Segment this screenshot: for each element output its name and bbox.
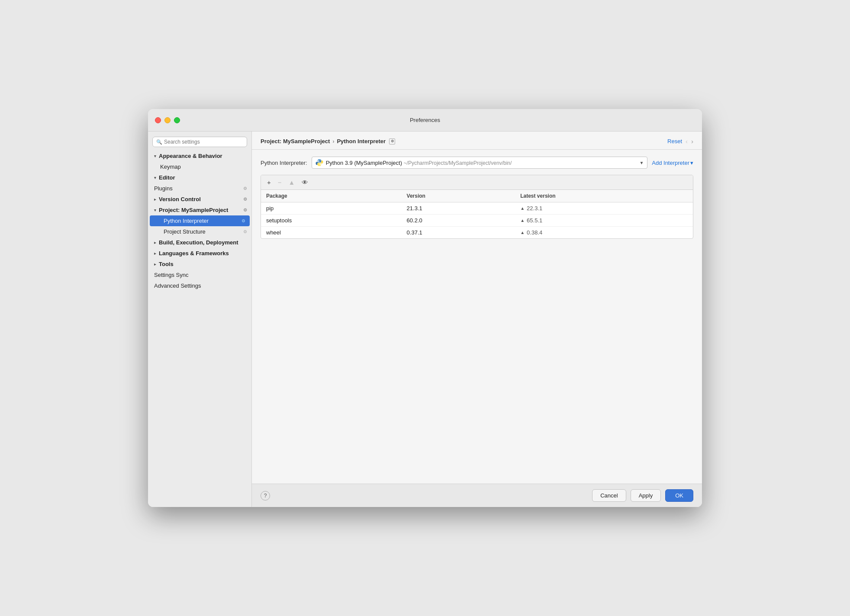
search-input[interactable] [164, 139, 243, 145]
bottom-bar: ? Cancel Apply OK [252, 484, 702, 507]
add-package-button[interactable]: + [265, 178, 273, 187]
settings-icon: ⚙ [243, 197, 247, 202]
packages-table: Package Version Latest version pip 21.3.… [261, 190, 693, 238]
chevron-right-icon: ▸ [154, 251, 156, 256]
apply-button[interactable]: Apply [631, 489, 661, 502]
package-name: wheel [261, 227, 402, 239]
help-button[interactable]: ? [261, 491, 270, 500]
sidebar-item-advanced-settings[interactable]: Advanced Settings [148, 280, 251, 291]
chevron-right-icon: ▸ [154, 262, 156, 266]
update-arrow-icon: ▲ [520, 218, 525, 223]
sidebar-item-label: Version Control [159, 196, 201, 202]
sidebar-item-project-structure[interactable]: Project Structure ⚙ [148, 226, 251, 237]
preferences-window: Preferences 🔍 ▾ Appearance & Behavior Ke… [148, 109, 702, 507]
settings-icon: ⚙ [243, 208, 247, 212]
packages-container: + − ▲ 👁 Package Version [261, 175, 693, 239]
search-icon: 🔍 [156, 139, 162, 145]
sidebar-item-build[interactable]: ▸ Build, Execution, Deployment [148, 237, 251, 248]
settings-icon: ⚙ [243, 186, 247, 191]
table-header-row: Package Version Latest version [261, 190, 693, 202]
update-arrow-icon: ▲ [520, 230, 525, 235]
sidebar-item-label: Settings Sync [154, 272, 189, 278]
chevron-down-icon: ▾ [154, 154, 156, 158]
col-header-package: Package [261, 190, 402, 202]
chevron-right-icon: ▾ [154, 176, 156, 180]
latest-version-text: 0.38.4 [527, 229, 542, 236]
main-header: Project: MySampleProject › Python Interp… [252, 132, 702, 150]
update-arrow-icon: ▲ [520, 206, 525, 211]
sidebar-item-python-interpreter[interactable]: Python Interpreter ⚙ [150, 215, 250, 226]
main-body: Python Interpreter: [252, 150, 702, 484]
sidebar-item-label: Editor [159, 174, 175, 181]
col-header-version: Version [402, 190, 515, 202]
sidebar-item-keymap[interactable]: Keymap [148, 161, 251, 172]
chevron-down-icon: ▾ [154, 208, 156, 212]
sidebar-item-label: Project Structure [164, 228, 206, 235]
sidebar-item-label: Build, Execution, Deployment [159, 239, 238, 246]
sidebar-item-label: Project: MySampleProject [159, 207, 228, 213]
titlebar: Preferences [148, 109, 702, 132]
package-version: 60.2.0 [402, 215, 515, 227]
table-row[interactable]: setuptools 60.2.0 ▲ 65.5.1 [261, 215, 693, 227]
latest-version-text: 22.3.1 [527, 205, 542, 212]
table-row[interactable]: pip 21.3.1 ▲ 22.3.1 [261, 202, 693, 215]
sidebar-item-plugins[interactable]: Plugins ⚙ [148, 183, 251, 194]
sidebar-item-label: Tools [159, 261, 174, 267]
ok-button[interactable]: OK [665, 489, 693, 502]
maximize-button[interactable] [174, 117, 180, 123]
sidebar-item-label: Keymap [160, 164, 181, 170]
update-package-button[interactable]: ▲ [287, 178, 297, 187]
up-arrow-icon: ▲ [289, 179, 295, 186]
breadcrumb-project: Project: MySampleProject [261, 138, 330, 144]
chevron-down-icon: ▼ [639, 160, 644, 165]
sidebar-item-label: Languages & Frameworks [159, 250, 229, 257]
interpreter-name: Python 3.9 (MySampleProject) ~/PycharmPr… [326, 160, 637, 166]
col-header-latest: Latest version [515, 190, 693, 202]
back-button[interactable]: ‹ [686, 138, 688, 145]
interpreter-name-text: Python 3.9 (MySampleProject) [326, 160, 402, 166]
sidebar-item-version-control[interactable]: ▸ Version Control ⚙ [148, 194, 251, 205]
interpreter-select[interactable]: Python 3.9 (MySampleProject) ~/PycharmPr… [312, 157, 648, 169]
package-name: pip [261, 202, 402, 215]
search-box[interactable]: 🔍 [152, 137, 247, 147]
package-name: setuptools [261, 215, 402, 227]
sidebar-item-label: Appearance & Behavior [159, 153, 222, 159]
main-panel: Project: MySampleProject › Python Interp… [252, 132, 702, 507]
chevron-down-icon: ▾ [690, 160, 693, 166]
show-details-button[interactable]: 👁 [300, 178, 310, 187]
sidebar-item-languages[interactable]: ▸ Languages & Frameworks [148, 248, 251, 259]
interpreter-label: Python Interpreter: [261, 160, 307, 166]
sidebar-item-tools[interactable]: ▸ Tools [148, 259, 251, 270]
sidebar-item-label: Python Interpreter [164, 218, 209, 224]
sidebar-item-label: Plugins [154, 185, 173, 192]
python-icon [316, 159, 323, 167]
add-interpreter-button[interactable]: Add Interpreter ▾ [652, 160, 693, 166]
package-latest: ▲ 22.3.1 [515, 202, 693, 215]
forward-button[interactable]: › [691, 138, 693, 145]
sidebar-item-project[interactable]: ▾ Project: MySampleProject ⚙ [148, 205, 251, 215]
table-row[interactable]: wheel 0.37.1 ▲ 0.38.4 [261, 227, 693, 239]
cancel-button[interactable]: Cancel [592, 489, 626, 502]
close-button[interactable] [155, 117, 161, 123]
minimize-button[interactable] [164, 117, 171, 123]
chevron-right-icon: ▸ [154, 241, 156, 245]
window-title: Preferences [410, 117, 440, 123]
header-nav: Reset ‹ › [667, 138, 693, 145]
settings-icon: ⚙ [241, 218, 245, 223]
chevron-right-icon: ▸ [154, 197, 156, 202]
breadcrumb-separator: › [332, 138, 334, 144]
packages-toolbar: + − ▲ 👁 [261, 175, 693, 190]
remove-package-button[interactable]: − [276, 178, 283, 187]
add-interpreter-label: Add Interpreter [652, 160, 689, 166]
package-version: 0.37.1 [402, 227, 515, 239]
sidebar-item-label: Advanced Settings [154, 282, 201, 289]
breadcrumb: Project: MySampleProject › Python Interp… [261, 138, 395, 144]
reset-button[interactable]: Reset [667, 138, 682, 144]
sidebar-item-settings-sync[interactable]: Settings Sync [148, 270, 251, 280]
package-latest: ▲ 0.38.4 [515, 227, 693, 239]
sidebar-item-editor[interactable]: ▾ Editor [148, 172, 251, 183]
bottom-actions: Cancel Apply OK [592, 489, 693, 502]
traffic-lights [155, 117, 180, 123]
sidebar-item-appearance-behavior[interactable]: ▾ Appearance & Behavior [148, 151, 251, 161]
interpreter-row: Python Interpreter: [261, 157, 693, 169]
